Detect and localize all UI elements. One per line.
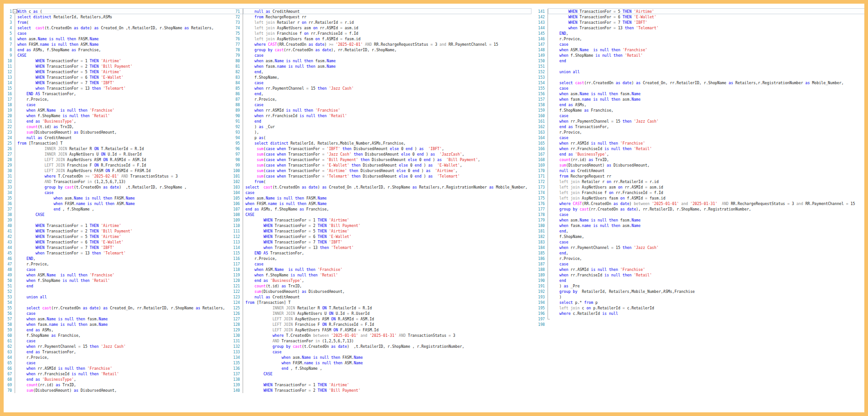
code-line[interactable]: end, — [245, 91, 527, 97]
code-line[interactable]: WHEN TransactionFor = 6 THEN 'E-Wallet' — [245, 234, 527, 239]
code-line[interactable]: when FASM.name is null then ASM.Name — [17, 42, 225, 47]
code-line[interactable] — [17, 289, 225, 294]
code-line[interactable]: AND TransactionFor in (1,2,5,6,7,13) — [245, 338, 527, 344]
code-line[interactable] — [550, 64, 855, 69]
code-line[interactable]: end as 'BusinessType', — [245, 278, 527, 283]
code-line[interactable]: count(rr.id) as TrxID, — [550, 157, 855, 162]
code-line[interactable]: select p.* from p — [550, 300, 855, 305]
code-line[interactable]: f.ShopName as Franchise, — [17, 333, 225, 338]
code-line[interactable]: case — [17, 190, 225, 195]
code-line[interactable]: when TransactionFor = 13 then 'Telemart' — [550, 25, 855, 31]
code-line[interactable]: left join Retailer r on rr.RetailerId = … — [550, 179, 855, 184]
code-line[interactable]: when ASM.Name is null then 'Franchise' — [17, 108, 225, 113]
code-line[interactable]: when f.ShopName is null then 'Retail' — [550, 53, 855, 58]
code-line[interactable]: end, — [550, 228, 855, 234]
code-line[interactable]: from RechargeRequest rr — [550, 173, 855, 179]
code-line[interactable]: group by cast(t.CreatedOn as date) ,t.Re… — [245, 344, 527, 349]
code-column[interactable]: null as CreditAmount from RechargeReques… — [245, 9, 527, 393]
code-line[interactable]: when f.ShopName is null then 'Retail' — [245, 272, 527, 278]
code-line[interactable]: sum(case when TransactionFor = 'Bill Pay… — [245, 157, 527, 162]
code-line[interactable]: when FASM.name is null then ASM.Name — [245, 360, 527, 366]
code-line[interactable]: With c as ( — [17, 9, 225, 14]
code-line[interactable]: END, — [17, 256, 225, 261]
code-line[interactable]: INNER JOIN Retailer R ON T.RetailerId = … — [17, 146, 225, 151]
code-line[interactable]: count(t.id) as TrxID, — [17, 124, 225, 130]
code-line[interactable]: from [Transaction] T — [17, 140, 225, 146]
code-line[interactable]: when asm.Name is null then fasm.Name — [550, 91, 855, 97]
code-line[interactable]: left join AspNetUsers fasm on f.ASMId = … — [245, 36, 527, 42]
code-line[interactable]: end as 'BusinessType', — [550, 151, 855, 157]
code-line[interactable]: select cast(rr.CreatedOn as date) as Cre… — [17, 305, 225, 311]
code-line[interactable]: LEFT JOIN Franchise F ON R.FranchiseId =… — [17, 162, 225, 168]
code-line[interactable]: case — [550, 86, 855, 91]
code-line[interactable]: end, — [245, 69, 527, 75]
code-line[interactable]: r.Provice, — [17, 355, 225, 360]
code-line[interactable]: case — [550, 113, 855, 119]
code-line[interactable]: case — [17, 311, 225, 316]
code-line[interactable]: end as TransactionFor, — [550, 124, 855, 130]
code-line[interactable]: AND TransactionFor in (1,2,5,6,7,13) — [17, 179, 225, 184]
code-line[interactable]: WHEN TransactionFor = 2 THEN 'Bill Payme… — [17, 228, 225, 234]
code-line[interactable]: case — [17, 267, 225, 272]
code-line[interactable]: end — [550, 278, 855, 283]
code-column[interactable]: WHEN TransactionFor = 5 THEN 'Airtime' W… — [550, 9, 855, 327]
code-line[interactable]: left join Franchise f on rr.FranchiseId … — [550, 190, 855, 195]
code-line[interactable]: LEFT JOIN AspNetUsers FASM ON F.ASMId = … — [245, 327, 527, 333]
code-line[interactable]: case — [17, 102, 225, 108]
code-line[interactable]: group by cast(rr.CreatedOn as date), rr.… — [245, 47, 527, 53]
code-line[interactable]: end as ASMs, — [17, 327, 225, 333]
code-line[interactable]: sum(DisbursedAmount) as DisbursedAmount, — [550, 162, 855, 168]
code-line[interactable]: group by RetailerId, Retailers,Mobile_Nu… — [550, 289, 855, 294]
code-line[interactable]: f.ShopName, — [245, 75, 527, 80]
code-line[interactable]: WHEN TransactionFor = 7 THEN 'IBFT' — [17, 80, 225, 86]
code-line[interactable]: case — [245, 261, 527, 267]
code-line[interactable]: WHEN TransactionFor = 5 THEN 'Airtime' — [550, 9, 855, 14]
code-line[interactable]: case — [550, 42, 855, 47]
code-line[interactable]: null as CreditAmount — [245, 294, 527, 300]
code-line[interactable]: when f.ShopName is null then 'Retail' — [17, 278, 225, 283]
code-line[interactable]: r.Provice, — [550, 36, 855, 42]
code-line[interactable]: when TransactionFor = 13 then 'Telemart' — [245, 245, 527, 250]
code-line[interactable]: when asm.Name is null then FASM.Name — [17, 195, 225, 201]
code-line[interactable]: WHEN TransactionFor = 6 THEN 'E-Wallet' — [550, 14, 855, 20]
collapse-region-icon[interactable]: - — [13, 9, 17, 13]
code-line[interactable]: WHEN TransactionFor = 1 THEN 'Airtime' — [17, 58, 225, 64]
code-line[interactable]: WHEN TransactionFor = 5 THEN 'Airtime' — [17, 234, 225, 239]
code-line[interactable]: select cast(rr.CreatedOn as date) as Cre… — [550, 80, 855, 86]
code-line[interactable]: case — [550, 239, 855, 245]
code-line[interactable]: r.Provice, — [550, 256, 855, 261]
code-line[interactable]: r.Provice, — [550, 130, 855, 135]
code-line[interactable]: r.Provice, — [17, 97, 225, 102]
code-line[interactable]: WHEN TransactionFor = 2 THEN 'Bill Payme… — [17, 64, 225, 69]
code-line[interactable]: when f.ShopName is null then 'Retail' — [17, 113, 225, 119]
code-line[interactable]: left join AspNetUsers asm on rr.ASMId = … — [245, 25, 527, 31]
code-line[interactable]: from( — [17, 20, 225, 25]
code-editor-surface[interactable]: 1234567891011121314151617181920212223242… — [4, 4, 864, 412]
code-line[interactable]: count(rr.id) as TrxID, — [17, 382, 225, 388]
code-line[interactable]: union all — [17, 294, 225, 300]
code-line[interactable]: ) — [550, 294, 855, 300]
code-line[interactable]: when rr.PaymentChannel = 15 then 'Jazz C… — [550, 119, 855, 124]
code-line[interactable]: sum(DisbursedAmount) as DisbursedAmount, — [17, 130, 225, 135]
code-line[interactable]: when rr.ASMId is null then 'Franchise' — [550, 140, 855, 146]
outline-fold-line[interactable] — [243, 9, 243, 393]
code-line[interactable]: end , f.ShopName , — [17, 206, 225, 212]
code-line[interactable]: CASE — [17, 212, 225, 217]
code-line[interactable]: end, — [550, 250, 855, 256]
code-line[interactable]: when TransactionFor = 13 then 'Telemart' — [17, 250, 225, 256]
code-line[interactable]: end as ASMs, f.ShopName as Franchise, — [245, 206, 527, 212]
code-line[interactable]: INNER JOIN AspNetUsers U ON U.Id = R.Use… — [245, 311, 527, 316]
code-line[interactable]: where T.CreatedOn >= '2025-02-01' AND Tr… — [17, 173, 225, 179]
code-line[interactable]: WHEN TransactionFor = 5 THEN 'Airtime' — [17, 69, 225, 75]
code-line[interactable]: sum(case when TransactionFor = 'IBFT' th… — [245, 146, 527, 151]
code-line[interactable]: end as TransactionFor, — [17, 349, 225, 355]
code-line[interactable] — [550, 322, 855, 327]
code-line[interactable]: INNER JOIN Retailer R ON T.RetailerId = … — [245, 305, 527, 311]
code-line[interactable]: WHEN TransactionFor = 1 THEN 'Airtime' — [17, 223, 225, 228]
code-line[interactable]: sum(case when TransactionFor = 'E-Wallet… — [245, 162, 527, 168]
code-line[interactable]: sum(case when TransactionFor = 'Jazz Cas… — [245, 151, 527, 157]
code-line[interactable]: when ASM.Name is null then 'Franchise' — [245, 267, 527, 272]
code-line[interactable]: sum(DisbursedAmount) as DisbursedAmount, — [245, 289, 527, 294]
code-line[interactable]: where CAST(RR.CreatedOn as date) between… — [550, 201, 855, 206]
code-line[interactable]: end as ASMs, f.ShopName as Franchise, — [17, 47, 225, 53]
